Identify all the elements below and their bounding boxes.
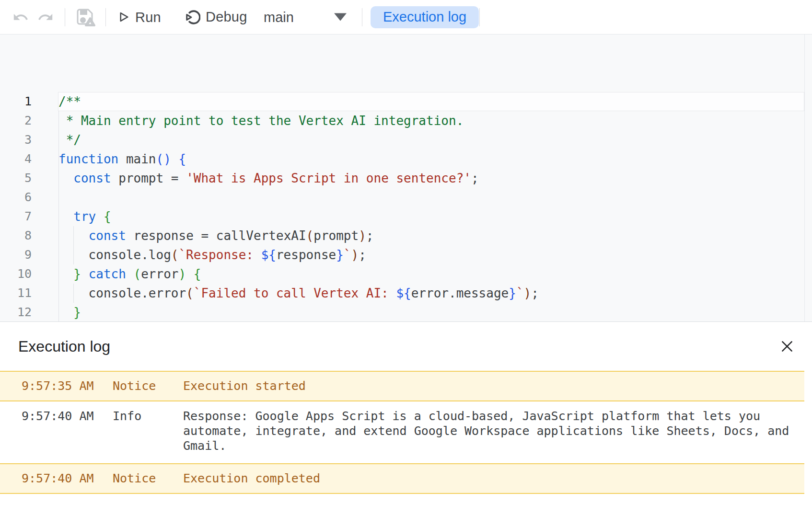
toolbar-divider: [479, 8, 480, 26]
code-token: {: [104, 209, 111, 224]
line-number[interactable]: 9: [0, 245, 32, 264]
code-line[interactable]: * Main entry point to test the Vertex AI…: [58, 111, 464, 130]
log-entry: 9:57:40 AMInfoResponse: Google Apps Scri…: [0, 401, 804, 463]
code-token: [58, 305, 73, 320]
log-level: Info: [113, 409, 183, 423]
code-token: ${: [261, 248, 276, 262]
code-token: console.error: [58, 286, 186, 300]
code-token: const: [89, 229, 126, 243]
line-number[interactable]: 2: [0, 111, 32, 130]
line-number[interactable]: 4: [0, 149, 32, 169]
code-token: */: [58, 133, 81, 147]
play-icon: [116, 11, 130, 24]
code-token: error: [141, 267, 178, 281]
log-level: Notice: [113, 470, 183, 487]
run-button[interactable]: Run: [116, 9, 161, 25]
code-token: /**: [58, 94, 81, 109]
code-line[interactable]: try {: [58, 207, 111, 226]
save-icon: [73, 6, 96, 29]
redo-icon: [37, 9, 54, 25]
code-token: [81, 267, 89, 281]
code-token: prompt: [313, 229, 359, 243]
code-line[interactable]: console.error(`Failed to call Vertex AI:…: [58, 284, 539, 303]
code-token: ): [179, 267, 186, 281]
code-token: [58, 209, 73, 224]
code-token: catch: [89, 267, 126, 281]
execution-log-title: Execution log: [18, 338, 110, 355]
code-token: response = callVertexAI: [126, 229, 306, 243]
debug-button[interactable]: Debug: [183, 9, 247, 25]
code-token: [118, 152, 126, 166]
code-token: (: [171, 248, 179, 262]
line-number[interactable]: 10: [0, 264, 32, 284]
code-token: }: [73, 305, 81, 320]
code-token: * Main entry point to test the Vertex AI…: [58, 114, 464, 128]
code-token: `Failed to call Vertex AI:: [194, 286, 396, 300]
code-token: ): [359, 229, 366, 243]
execution-log-button[interactable]: Execution log: [371, 6, 479, 28]
debug-icon: [183, 9, 200, 25]
code-line[interactable]: function main() {: [58, 149, 186, 169]
toolbar-divider: [65, 8, 65, 26]
code-line[interactable]: } catch (error) {: [58, 264, 201, 284]
code-token: {: [194, 267, 201, 281]
code-token: [171, 152, 179, 166]
code-token: ;: [359, 248, 366, 262]
log-timestamp: 9:57:40 AM: [0, 470, 113, 487]
code-token: 'What is Apps Script in one sentence?': [186, 171, 471, 185]
line-number[interactable]: 5: [0, 169, 32, 188]
code-token: [58, 267, 73, 281]
code-token: [96, 209, 104, 224]
code-token: }: [73, 267, 81, 281]
line-number[interactable]: 11: [0, 284, 32, 303]
code-token: ;: [531, 286, 539, 300]
code-line[interactable]: */: [58, 130, 81, 149]
code-token: `: [344, 248, 351, 262]
editor-scrollbar-ruler: [804, 34, 805, 321]
code-line[interactable]: console.log(`Response: ${response}`);: [58, 245, 366, 264]
log-entry: 9:57:35 AMNoticeExecution started: [0, 371, 804, 401]
code-token: main: [126, 152, 156, 166]
code-editor[interactable]: 1/**2 * Main entry point to test the Ver…: [0, 34, 812, 322]
toolbar-divider: [105, 8, 106, 26]
close-button[interactable]: [777, 336, 798, 357]
save-project-button[interactable]: [73, 6, 96, 29]
function-selector[interactable]: main: [264, 9, 350, 25]
code-line[interactable]: const prompt = 'What is Apps Script in o…: [58, 169, 479, 188]
execution-log-panel: Execution log 9:57:35 AMNoticeExecution …: [0, 322, 812, 494]
code-token: {: [178, 152, 186, 166]
code-token: }: [336, 248, 344, 262]
code-token: const: [73, 171, 111, 185]
log-timestamp: 9:57:40 AM: [0, 409, 113, 423]
code-token: }: [509, 286, 516, 300]
undo-icon: [12, 9, 29, 25]
code-token: ;: [366, 229, 374, 243]
line-number[interactable]: 1: [0, 92, 32, 111]
debug-label: Debug: [206, 9, 247, 25]
code-token: [58, 171, 73, 185]
undo-button[interactable]: [12, 9, 29, 25]
line-number[interactable]: 8: [0, 226, 32, 245]
log-message: Response: Google Apps Script is a cloud-…: [183, 409, 797, 453]
code-token: [186, 267, 194, 281]
code-token: ): [524, 286, 532, 300]
execution-log-header: Execution log: [0, 322, 812, 371]
toolbar-divider: [362, 8, 362, 26]
line-number[interactable]: 6: [0, 188, 32, 207]
log-message: Execution started: [183, 378, 306, 394]
code-line[interactable]: /**: [58, 92, 81, 111]
code-token: prompt =: [111, 171, 186, 185]
redo-button[interactable]: [37, 9, 54, 25]
log-timestamp: 9:57:35 AM: [0, 378, 113, 394]
code-token: function: [58, 152, 118, 166]
code-token: `: [516, 286, 524, 300]
code-line[interactable]: const response = callVertexAI(prompt);: [58, 226, 373, 245]
code-line[interactable]: }: [58, 303, 81, 322]
run-label: Run: [135, 9, 161, 25]
log-level: Notice: [113, 378, 183, 394]
code-token: response: [276, 248, 336, 262]
line-number[interactable]: 7: [0, 207, 32, 226]
line-number[interactable]: 3: [0, 130, 32, 149]
code-token: console.log: [58, 248, 171, 262]
line-number[interactable]: 12: [0, 303, 32, 322]
